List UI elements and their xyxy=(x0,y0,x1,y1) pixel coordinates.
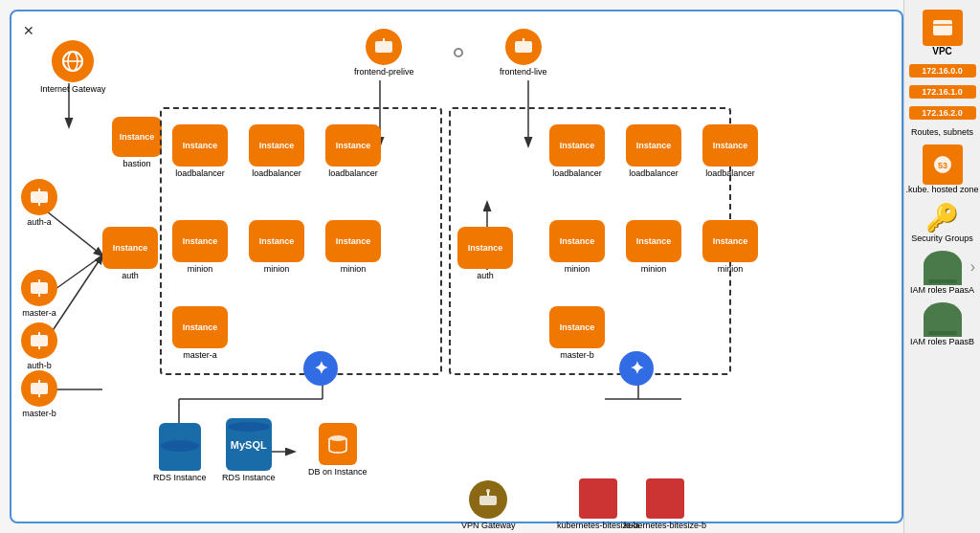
vpn-gateway-label: VPN Gateway xyxy=(461,521,516,530)
route-badge-1: 172.16.0.0 xyxy=(909,64,976,78)
hosted-zone-label: .kube. hosted zone xyxy=(905,185,978,194)
frontend-live-label: frontend-live xyxy=(500,67,547,77)
svg-point-37 xyxy=(329,435,346,441)
minion6-node: Instance minion xyxy=(702,220,758,274)
auth-instance-right: Instance auth xyxy=(457,227,513,280)
iam-a-label: IAM roles PaasA xyxy=(910,285,974,295)
db-instance-label: DB on Instance xyxy=(308,467,368,477)
auth-b-label: auth-b xyxy=(27,361,52,370)
frontend-prelive-label: frontend-prelive xyxy=(354,67,414,77)
iam-b-label: IAM roles PaasB xyxy=(910,337,974,346)
svg-rect-33 xyxy=(375,41,392,53)
lb2-node: Instance loadbalancer xyxy=(249,124,304,178)
svg-rect-30 xyxy=(31,383,48,394)
k8s-right: ✦ xyxy=(619,351,654,388)
auth-instance-left: Instance auth xyxy=(102,227,158,280)
hosted-zone-section: 53 .kube. hosted zone xyxy=(905,144,978,194)
right-panel: VPC 172.16.0.0 172.16.1.0 172.16.2.0 Rou… xyxy=(903,0,980,533)
svg-rect-35 xyxy=(515,41,532,53)
k8s-left: ✦ xyxy=(303,351,338,388)
route-badge-2: 172.16.1.0 xyxy=(909,85,976,99)
lb4-node: Instance loadbalancer xyxy=(549,124,605,178)
master-b-left-node: master-b xyxy=(21,370,57,418)
expand-button[interactable]: › xyxy=(970,258,975,276)
rds2-label: RDS Instance xyxy=(222,473,276,482)
key-icon: 🔑 xyxy=(925,202,959,233)
minion4-node: Instance minion xyxy=(549,220,605,274)
svg-rect-38 xyxy=(479,496,497,505)
frontend-prelive-node: frontend-prelive xyxy=(354,29,414,77)
minion5-node: Instance minion xyxy=(626,220,681,274)
internet-gateway-label: Internet Gateway xyxy=(40,84,106,94)
iam-b-section: IAM roles PaasB xyxy=(910,302,974,346)
bastion-node: Instance bastion xyxy=(112,117,162,168)
close-button[interactable]: ✕ xyxy=(23,23,34,38)
frontend-live-node: frontend-live xyxy=(500,29,547,77)
svg-rect-27 xyxy=(31,335,48,346)
lb6-node: Instance loadbalancer xyxy=(702,124,758,178)
iam-a-section: IAM roles PaasA xyxy=(910,251,974,295)
minion3-node: Instance minion xyxy=(325,220,381,274)
security-groups-section: 🔑 Security Groups xyxy=(911,202,973,243)
bucket-b-label: kubernetes-bitesize-b xyxy=(624,521,706,530)
svg-rect-24 xyxy=(31,282,48,294)
lb5-node: Instance loadbalancer xyxy=(626,124,681,178)
vpn-gateway-node: VPN Gateway xyxy=(461,480,516,530)
svg-rect-40 xyxy=(933,20,952,35)
db-instance-node: DB on Instance xyxy=(308,423,368,477)
route-badge-3: 172.16.2.0 xyxy=(909,106,976,120)
rds2-node: MySQL RDS Instance xyxy=(222,418,276,482)
master-a-left-label: master-a xyxy=(22,308,56,318)
auth-a-label: auth-a xyxy=(27,217,52,227)
routes-label: Routes, subnets xyxy=(911,127,973,137)
master-b-left-label: master-b xyxy=(22,409,56,418)
minion1-node: Instance minion xyxy=(172,220,228,274)
master-a-left-node: master-a xyxy=(21,270,57,318)
bucket-b-node: kubernetes-bitesize-b xyxy=(624,478,706,530)
main-diagram: ✕ xyxy=(10,10,903,523)
minion2-node: Instance minion xyxy=(249,220,304,274)
master-a-instance: Instance master-a xyxy=(172,306,228,360)
auth-a-node: auth-a xyxy=(21,179,57,227)
rds1-label: RDS Instance xyxy=(153,473,207,482)
security-groups-label: Security Groups xyxy=(911,233,973,243)
lb3-node: Instance loadbalancer xyxy=(325,124,381,178)
auth-instance-right-label: auth xyxy=(477,271,494,280)
svg-text:53: 53 xyxy=(937,161,947,170)
bastion-label: bastion xyxy=(122,159,150,168)
vpc-section: VPC xyxy=(923,10,963,56)
connector-circle xyxy=(454,48,463,57)
auth-instance-left-label: auth xyxy=(122,271,139,280)
vpc-label: VPC xyxy=(932,46,952,56)
rds1-node: RDS Instance xyxy=(153,423,207,482)
internet-gateway: Internet Gateway xyxy=(40,40,106,94)
master-b-instance: Instance master-b xyxy=(549,306,605,360)
auth-b-node: auth-b xyxy=(21,322,57,370)
svg-point-39 xyxy=(486,489,490,493)
lb1-node: Instance loadbalancer xyxy=(172,124,228,178)
